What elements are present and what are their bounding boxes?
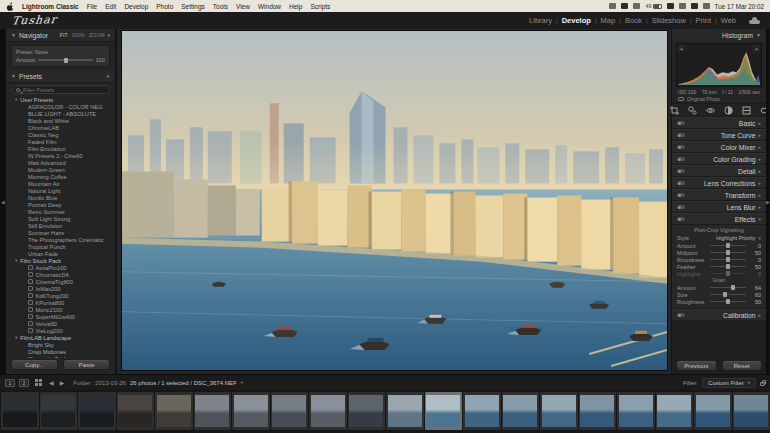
menu-item[interactable]: Edit bbox=[105, 3, 116, 10]
preset-checkbox[interactable] bbox=[28, 307, 33, 312]
preset-item[interactable]: ChromaticD4 bbox=[6, 271, 115, 278]
menu-item[interactable]: Window bbox=[258, 3, 281, 10]
module-library[interactable]: Library bbox=[529, 16, 552, 25]
panel-section-tone-curve[interactable]: Tone Curve▸ bbox=[672, 129, 766, 141]
masking-icon[interactable] bbox=[724, 106, 733, 115]
preset-item[interactable]: Mountain Air bbox=[6, 180, 115, 187]
thumbnail[interactable] bbox=[40, 392, 78, 430]
preset-checkbox[interactable] bbox=[28, 321, 33, 326]
slider-track[interactable] bbox=[710, 287, 746, 289]
slider-feather[interactable]: Feather50 bbox=[677, 263, 761, 270]
slider-roundness[interactable]: Roundness0 bbox=[677, 256, 761, 263]
preset-item[interactable]: Still Emulsion bbox=[6, 222, 115, 229]
slider-knob[interactable] bbox=[726, 264, 730, 269]
panel-section-lens-blur[interactable]: Lens Blur▸ bbox=[672, 201, 766, 213]
menu-item[interactable]: Photo bbox=[156, 3, 173, 10]
panel-section-color-mixer[interactable]: Color Mixer▸ bbox=[672, 141, 766, 153]
amount-slider-knob[interactable] bbox=[64, 58, 68, 63]
slider-track[interactable] bbox=[710, 252, 746, 254]
app-status-icon[interactable] bbox=[609, 3, 616, 9]
preset-item[interactable]: InMax200 bbox=[6, 285, 115, 292]
menu-item[interactable]: Scripts bbox=[310, 3, 330, 10]
preset-checkbox[interactable] bbox=[28, 279, 33, 284]
module-slideshow[interactable]: Slideshow bbox=[652, 16, 686, 25]
preset-item[interactable]: Nordic Blue bbox=[6, 194, 115, 201]
slider-track[interactable] bbox=[710, 259, 746, 261]
panel-switch[interactable] bbox=[677, 313, 685, 318]
thumbnail[interactable] bbox=[232, 392, 270, 430]
battery-indicator[interactable]: 49 bbox=[645, 3, 661, 9]
module-print[interactable]: Print bbox=[696, 16, 711, 25]
slider-track[interactable] bbox=[710, 301, 746, 303]
preset-item[interactable]: Soft Light Strong bbox=[6, 215, 115, 222]
filmstrip-folder[interactable]: Folder : 2013-03-26 bbox=[73, 380, 126, 386]
preset-item[interactable]: Faded Film bbox=[6, 138, 115, 145]
preset-item[interactable]: VieLog200 bbox=[6, 327, 115, 334]
slider-size[interactable]: Size60 bbox=[677, 291, 761, 298]
preset-item[interactable]: Summer Haze bbox=[6, 229, 115, 236]
thumbnail[interactable] bbox=[502, 392, 540, 430]
photo-canvas[interactable] bbox=[122, 31, 667, 370]
thumbnail[interactable] bbox=[117, 392, 155, 430]
thumbnail[interactable] bbox=[733, 392, 770, 430]
right-panel-collapse-strip[interactable]: ▶ bbox=[766, 29, 770, 374]
preset-filter-input[interactable] bbox=[23, 87, 105, 93]
keyboard-icon[interactable] bbox=[633, 3, 640, 9]
amount-slider[interactable] bbox=[38, 59, 93, 61]
slider-amount[interactable]: Amount64 bbox=[677, 284, 761, 291]
preset-item[interactable]: Morning Coffee bbox=[6, 173, 115, 180]
second-window-button[interactable]: 2 bbox=[19, 379, 29, 387]
main-window-button[interactable]: 1 bbox=[5, 379, 15, 387]
control-center-icon[interactable] bbox=[703, 3, 710, 9]
panel-section-transform[interactable]: Transform▸ bbox=[672, 189, 766, 201]
preset-item[interactable]: Mono2100 bbox=[6, 306, 115, 313]
slider-knob[interactable] bbox=[726, 243, 730, 248]
module-book[interactable]: Book bbox=[625, 16, 642, 25]
zoom-option[interactable]: ZOOM bbox=[89, 32, 105, 38]
panel-section-calibration[interactable]: Calibration ▸ bbox=[672, 309, 766, 321]
thumbnail[interactable] bbox=[540, 392, 578, 430]
wifi-icon[interactable] bbox=[679, 3, 686, 9]
filmstrip-caret-icon[interactable]: ▾ bbox=[241, 380, 243, 385]
menu-item[interactable]: Settings bbox=[181, 3, 205, 10]
preset-item[interactable]: Retro Summer bbox=[6, 208, 115, 215]
preset-item[interactable]: KPortra800 bbox=[6, 299, 115, 306]
panel-section-detail[interactable]: Detail▸ bbox=[672, 165, 766, 177]
panel-switch[interactable] bbox=[677, 145, 685, 150]
preset-checkbox[interactable] bbox=[28, 265, 33, 270]
module-web[interactable]: Web bbox=[721, 16, 736, 25]
zoom-option[interactable]: FIT bbox=[60, 32, 68, 38]
preset-checkbox[interactable] bbox=[28, 293, 33, 298]
preset-checkbox[interactable] bbox=[28, 286, 33, 291]
preset-checkbox[interactable] bbox=[28, 300, 33, 305]
panel-switch[interactable] bbox=[677, 133, 685, 138]
thumbnail[interactable] bbox=[194, 392, 232, 430]
display-icon[interactable] bbox=[621, 3, 628, 9]
thumbnail[interactable] bbox=[78, 392, 116, 430]
cloud-sync-icon[interactable] bbox=[749, 17, 760, 24]
bluetooth-icon[interactable] bbox=[667, 3, 674, 9]
preset-item[interactable]: Crisp Midtones bbox=[6, 348, 115, 355]
panel-switch[interactable] bbox=[677, 217, 685, 222]
thumbnail[interactable] bbox=[656, 392, 694, 430]
redeye-icon[interactable] bbox=[706, 106, 715, 115]
preset-item[interactable]: BLUE LIGHT - ABSOLUTE bbox=[6, 110, 115, 117]
preset-group[interactable]: ▾User Presets bbox=[6, 96, 115, 103]
preset-checkbox[interactable] bbox=[28, 272, 33, 277]
slider-midpoint[interactable]: Midpoint50 bbox=[677, 249, 761, 256]
preset-checkbox[interactable] bbox=[28, 314, 33, 319]
filmstrip-status[interactable]: 26 photos / 1 selected / DSC_3674.NEF bbox=[130, 380, 237, 386]
slider-highlights[interactable]: Highlights0 bbox=[677, 270, 761, 277]
slider-knob[interactable] bbox=[723, 292, 727, 297]
slider-knob[interactable] bbox=[726, 299, 730, 304]
module-develop[interactable]: Develop bbox=[562, 16, 591, 25]
crop-icon[interactable] bbox=[670, 106, 679, 115]
gradient-filter-icon[interactable] bbox=[742, 106, 751, 115]
preset-item[interactable]: Modern Green bbox=[6, 166, 115, 173]
slider-roughness[interactable]: Roughness50 bbox=[677, 298, 761, 305]
slider-amount[interactable]: Amount0 bbox=[677, 242, 761, 249]
thumbnail[interactable] bbox=[309, 392, 347, 430]
zoom-dropdown-icon[interactable]: ▾ bbox=[107, 32, 110, 38]
preset-item[interactable]: CinemaTrg800 bbox=[6, 278, 115, 285]
panel-section-basic[interactable]: Basic▸ bbox=[672, 117, 766, 129]
